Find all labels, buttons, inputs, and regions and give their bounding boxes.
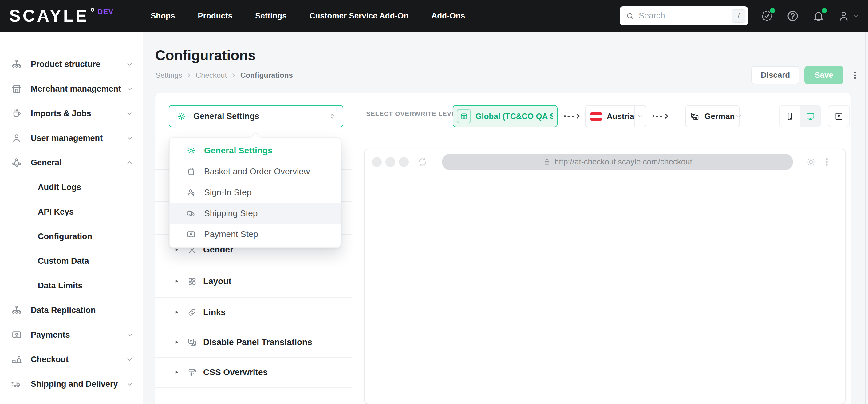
dropdown-item-sign-in-step[interactable]: Sign-In Step xyxy=(170,182,341,203)
sidebar-subitem-data-limits[interactable]: Data Limits xyxy=(0,273,143,298)
sidebar-item-imports-jobs[interactable]: Imports & Jobs xyxy=(0,101,143,126)
sidebar-item-shipping-and-delivery[interactable]: Shipping and Delivery xyxy=(0,372,143,396)
desktop-preview-button[interactable] xyxy=(800,106,820,127)
dropdown-item-basket-and-order-overview[interactable]: Basket and Order Overview xyxy=(170,161,341,182)
nav-settings[interactable]: Settings xyxy=(255,11,287,21)
sidebar-item-label: Product structure xyxy=(31,60,125,69)
nav-add-ons[interactable]: Add-Ons xyxy=(431,11,465,21)
dropdown-item-label: General Settings xyxy=(204,146,273,156)
caret-right-icon xyxy=(173,339,180,346)
sidebar-item-merchant-management[interactable]: Merchant management xyxy=(0,76,143,101)
sidebar-subitem-configuration[interactable]: Configuration xyxy=(0,224,143,249)
sidebar-item-label: Checkout xyxy=(31,355,125,364)
payments-icon xyxy=(186,229,196,239)
logo-text: SCAYLE xyxy=(9,0,89,32)
truck-icon xyxy=(11,378,22,390)
global-search[interactable]: / xyxy=(620,6,748,25)
select-value: General Settings xyxy=(193,112,328,121)
sidebar-item-checkout[interactable]: Checkout xyxy=(0,347,143,372)
lock-icon xyxy=(543,158,551,166)
storefront-icon xyxy=(460,112,468,121)
browser-chrome-bar: http://at-checkout.scayle.com/checkout xyxy=(365,149,845,175)
breadcrumb-separator: › xyxy=(232,71,235,79)
browser-circle xyxy=(399,157,409,167)
chevron-up-icon xyxy=(125,158,134,167)
caret-right-icon xyxy=(173,278,180,285)
overwrite-level-shop-button[interactable]: Global (TC&CO QA Sh... xyxy=(453,105,558,127)
hierarchy-icon xyxy=(11,305,22,316)
discard-button[interactable]: Discard xyxy=(751,66,800,84)
breadcrumb-current: Configurations xyxy=(240,71,293,80)
country-overwrite-select[interactable]: Austria xyxy=(585,105,646,127)
chevron-down-icon xyxy=(125,85,134,93)
dropdown-item-label: Payment Step xyxy=(204,229,258,239)
sidebar-item-general[interactable]: General xyxy=(0,150,143,175)
sidebar-item-label: General xyxy=(31,158,125,167)
settings-section-select[interactable]: General Settings xyxy=(169,105,343,127)
search-input[interactable] xyxy=(639,11,732,21)
sidebar-subitem-api-keys[interactable]: API Keys xyxy=(0,199,143,224)
dropdown-item-shipping-step[interactable]: Shipping Step xyxy=(170,203,341,224)
preview-kebab-icon[interactable] xyxy=(822,157,832,167)
settings-row-layout[interactable]: Layout xyxy=(155,265,352,298)
sidebar-item-payments[interactable]: Payments xyxy=(0,322,143,347)
sidebar-subitem-label: Custom Data xyxy=(38,256,89,266)
expand-icon xyxy=(834,112,844,121)
nav-customer-service-add-on[interactable]: Customer Service Add-On xyxy=(310,11,409,21)
sidebar-item-product-structure[interactable]: Product structure xyxy=(0,52,143,76)
phone-icon xyxy=(785,112,795,121)
preview-settings-gear-icon[interactable] xyxy=(805,156,816,167)
scayle-logo[interactable]: SCAYLE DEV xyxy=(9,0,142,32)
overwrite-level-label: SELECT OVERWRITE LEVEL xyxy=(366,110,460,118)
language-overwrite-select[interactable]: German xyxy=(685,105,740,127)
page-scrollbar[interactable] xyxy=(865,32,866,404)
save-button[interactable]: Save xyxy=(804,66,843,84)
chevron-down-icon xyxy=(125,134,134,142)
sidebar-subitem-label: Configuration xyxy=(38,232,92,241)
row-label: Links xyxy=(203,307,226,317)
more-actions-button[interactable] xyxy=(849,68,861,82)
nav-products[interactable]: Products xyxy=(198,11,232,21)
settings-row-links[interactable]: Links xyxy=(155,298,352,328)
sidebar-subitem-custom-data[interactable]: Custom Data xyxy=(0,249,143,273)
device-preview-toggle xyxy=(779,105,821,127)
breadcrumb-settings[interactable]: Settings xyxy=(156,71,182,80)
question-icon xyxy=(786,9,799,23)
account-menu-button[interactable] xyxy=(837,9,860,23)
building-icon xyxy=(11,354,22,365)
chevron-down-icon xyxy=(735,112,743,120)
settings-row-css-overwrites[interactable]: CSS Overwrites xyxy=(155,358,352,388)
search-icon xyxy=(626,12,634,20)
translate-icon xyxy=(187,337,197,347)
dropdown-item-payment-step[interactable]: Payment Step xyxy=(170,224,341,245)
browser-circle xyxy=(372,157,382,167)
mobile-preview-button[interactable] xyxy=(780,106,800,127)
sidebar-item-data-replication[interactable]: Data Replication xyxy=(0,298,143,322)
logo-trademark-icon xyxy=(91,8,94,12)
monitor-icon xyxy=(806,112,815,121)
settings-row-disable-panel-translations[interactable]: Disable Panel Translations xyxy=(155,328,352,358)
fullscreen-preview-button[interactable] xyxy=(828,105,850,127)
nav-shops[interactable]: Shops xyxy=(151,11,175,21)
translate-icon xyxy=(690,112,700,121)
country-chevron[interactable] xyxy=(635,112,646,120)
sidebar-subitem-label: Audit Logs xyxy=(38,183,81,192)
sidebar: Product structure Merchant management Im… xyxy=(0,32,143,404)
dropdown-item-general-settings[interactable]: General Settings xyxy=(170,140,341,161)
breadcrumb-checkout[interactable]: Checkout xyxy=(196,71,227,80)
refresh-icon[interactable] xyxy=(417,156,428,167)
caret-right-icon xyxy=(173,369,180,376)
sidebar-subitem-audit-logs[interactable]: Audit Logs xyxy=(0,175,143,199)
grid-icon xyxy=(187,276,197,286)
payments-icon xyxy=(11,329,22,340)
notifications-button[interactable] xyxy=(811,9,826,23)
row-label: CSS Overwrites xyxy=(203,367,268,377)
sidebar-item-user-management[interactable]: User management xyxy=(0,126,143,150)
sidebar-item-label: Imports & Jobs xyxy=(31,109,125,118)
language-chevron[interactable] xyxy=(735,112,743,120)
browser-circle xyxy=(385,157,395,167)
network-icon xyxy=(11,157,22,168)
system-status-button[interactable] xyxy=(760,9,774,23)
chevron-down-icon xyxy=(852,12,860,20)
help-button[interactable] xyxy=(786,9,800,23)
